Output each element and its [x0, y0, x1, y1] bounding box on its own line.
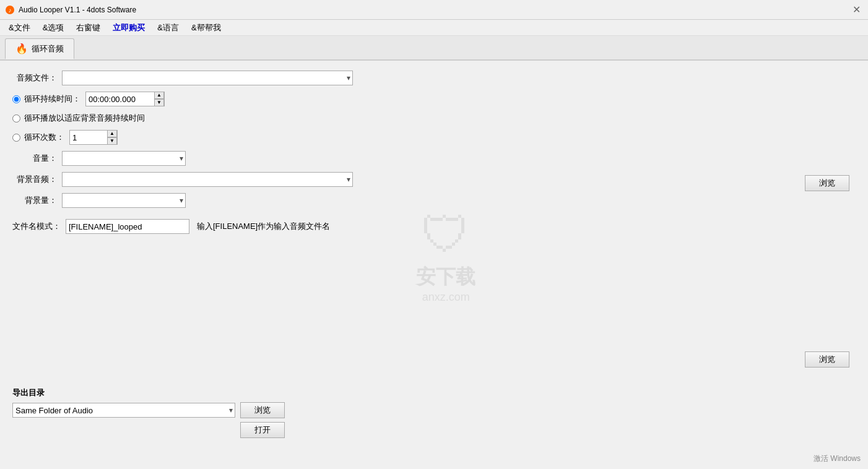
menu-help[interactable]: &帮帮我: [185, 20, 227, 35]
audio-file-row: 音频文件：: [12, 71, 856, 85]
bg-volume-select[interactable]: [62, 193, 186, 208]
volume-row: 音量：: [12, 151, 856, 166]
bg-audio-label: 背景音频：: [12, 174, 62, 185]
time-spinner: ▲ ▼: [154, 92, 164, 106]
menu-buy[interactable]: 立即购买: [106, 20, 151, 35]
volume-select[interactable]: [62, 151, 186, 166]
menu-bar: &文件 &选项 右窗键 立即购买 &语言 &帮帮我: [0, 20, 868, 36]
audio-file-select[interactable]: [62, 71, 353, 85]
count-up-button[interactable]: ▲: [107, 130, 117, 137]
filename-pattern-input[interactable]: [FILENAME]_looped: [66, 219, 189, 234]
bg-audio-row: 背景音频：: [12, 172, 856, 187]
loop-duration-input[interactable]: 00:00:00.000: [86, 92, 154, 106]
loop-icon: 🔥: [15, 43, 28, 54]
bg-audio-combo-wrapper: [62, 172, 353, 187]
title-bar: ♪ Audio Looper V1.1 - 4dots Software ✕: [0, 0, 868, 20]
time-down-button[interactable]: ▼: [154, 99, 164, 106]
audio-file-combo-wrapper: [62, 71, 353, 85]
browse-bottom-button[interactable]: 浏览: [805, 351, 849, 368]
volume-label: 音量：: [12, 153, 62, 164]
bg-audio-select[interactable]: [62, 172, 353, 187]
loop-adapt-row: 循环播放以适应背景音频持续时间: [12, 113, 856, 124]
loop-count-radio[interactable]: [12, 134, 20, 142]
browse-top-button[interactable]: 浏览: [805, 175, 849, 191]
audio-file-label: 音频文件：: [12, 72, 62, 84]
svg-text:♪: ♪: [9, 7, 12, 14]
watermark-icon: 🛡: [416, 207, 475, 264]
count-spinner: ▲ ▼: [107, 130, 117, 145]
export-dir-label: 导出目录: [12, 387, 285, 398]
export-dir-select[interactable]: Same Folder of Audio: [12, 403, 235, 418]
close-button[interactable]: ✕: [850, 4, 863, 15]
watermark-text-cn: 安下载: [416, 264, 475, 291]
tab-loop-audio-label: 循环音频: [32, 43, 64, 54]
loop-duration-row: 循环持续时间： 00:00:00.000 ▲ ▼: [12, 92, 856, 106]
loop-adapt-label[interactable]: 循环播放以适应背景音频持续时间: [24, 113, 145, 124]
volume-combo-wrapper: [62, 151, 186, 166]
bg-volume-row: 背景量：: [12, 193, 856, 208]
menu-language[interactable]: &语言: [151, 20, 185, 35]
browse-bottom-container: 浏览: [805, 351, 849, 368]
count-input-wrapper: ▲ ▼: [69, 130, 118, 145]
menu-options[interactable]: &选项: [37, 20, 71, 35]
filename-pattern-label: 文件名模式：: [12, 221, 66, 232]
export-open-button[interactable]: 打开: [240, 422, 285, 438]
loop-duration-radio[interactable]: [12, 95, 20, 103]
menu-context[interactable]: 右窗键: [70, 20, 106, 35]
app-icon: ♪: [5, 5, 15, 15]
main-content: 🛡 安下载 anxz.com 音频文件： 循环持续时间： 00:00:00.00…: [0, 61, 868, 469]
bg-volume-combo-wrapper: [62, 193, 186, 208]
export-browse-button[interactable]: 浏览: [240, 402, 285, 418]
loop-count-input[interactable]: [70, 131, 107, 144]
loop-count-label[interactable]: 循环次数：: [24, 132, 64, 143]
watermark-text-en: anxz.com: [416, 291, 475, 304]
count-down-button[interactable]: ▼: [107, 137, 117, 145]
loop-count-row: 循环次数： ▲ ▼: [12, 130, 856, 145]
export-open-row: 打开: [12, 422, 285, 438]
browse-top-container: 浏览: [805, 175, 849, 191]
win-notice: 激活 Windows: [814, 454, 861, 464]
bg-volume-label: 背景量：: [12, 195, 62, 206]
menu-file[interactable]: &文件: [2, 20, 37, 35]
time-input-wrapper: 00:00:00.000 ▲ ▼: [85, 92, 165, 106]
tab-bar: 🔥 循环音频: [0, 36, 868, 61]
loop-adapt-radio[interactable]: [12, 114, 20, 123]
time-up-button[interactable]: ▲: [154, 92, 164, 99]
export-dir-row: Same Folder of Audio 浏览: [12, 402, 285, 418]
export-dir-combo-wrapper: Same Folder of Audio: [12, 403, 235, 418]
loop-duration-label[interactable]: 循环持续时间：: [24, 93, 80, 105]
export-section: 导出目录 Same Folder of Audio 浏览 打开: [12, 387, 285, 438]
filename-pattern-hint: 输入[FILENAME]作为输入音频文件名: [197, 221, 330, 232]
tab-loop-audio[interactable]: 🔥 循环音频: [5, 38, 74, 59]
filename-pattern-row: 文件名模式： [FILENAME]_looped 输入[FILENAME]作为输…: [12, 219, 856, 234]
title-bar-text: Audio Looper V1.1 - 4dots Software: [19, 6, 850, 14]
